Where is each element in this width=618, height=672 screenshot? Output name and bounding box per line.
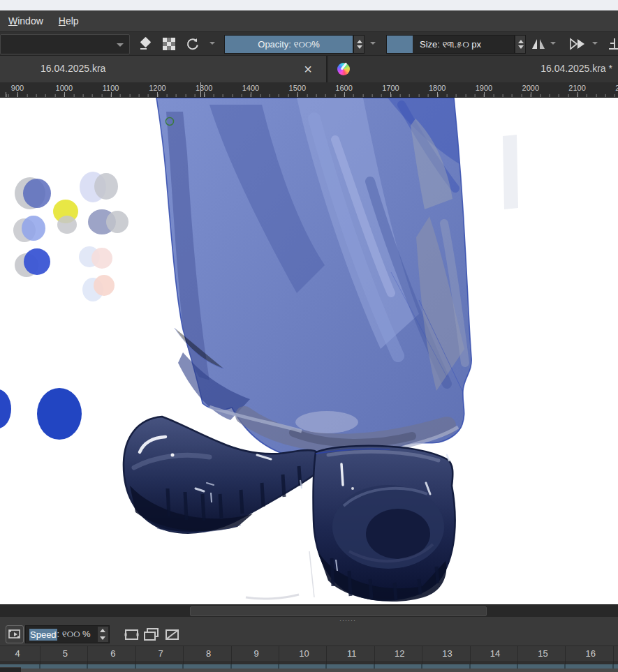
ruler-label: 1200 — [142, 84, 172, 92]
scrollbar-thumb[interactable] — [190, 606, 487, 616]
close-icon[interactable]: × — [299, 60, 317, 78]
remove-frame-button[interactable] — [163, 627, 180, 641]
mirror-horizontal-icon[interactable] — [530, 36, 547, 52]
horizontal-scrollbar[interactable] — [0, 604, 618, 617]
horizontal-ruler: 9001000110012001300140015001600170018001… — [0, 82, 618, 98]
palette-swatch — [91, 248, 112, 269]
splitter-grip-dots[interactable]: ······ — [339, 617, 356, 624]
artwork — [0, 98, 618, 604]
menu-window[interactable]: Window — [3, 13, 49, 29]
frame-number[interactable]: 9 — [246, 648, 267, 659]
blank-frame-icon — [124, 629, 139, 641]
ruler-label: 1000 — [49, 84, 80, 92]
opacity-value: Opacity: ୧୦୦% — [225, 36, 353, 53]
ruler-label: 2200 — [608, 84, 618, 92]
menu-help[interactable]: Help — [53, 13, 84, 29]
frame-number[interactable]: 15 — [532, 648, 553, 659]
chevron-down-icon[interactable] — [592, 42, 598, 45]
timeline-corner-cell — [0, 667, 21, 672]
krita-window: Window Help O — [0, 0, 618, 672]
palette-swatch — [23, 179, 51, 208]
eraser-icon[interactable] — [137, 36, 154, 52]
ruler-label: 1700 — [375, 84, 406, 92]
ruler-label: 1500 — [282, 84, 313, 92]
trousers-artwork — [156, 98, 471, 488]
blue-paint-blobs — [0, 388, 82, 440]
blue-blob — [37, 388, 82, 440]
playback-speed-spinbox[interactable]: Speed: ୧୦୦ % — [25, 625, 110, 643]
color-test-swatches — [13, 172, 128, 301]
blue-blob — [0, 389, 11, 428]
palette-swatch — [106, 211, 128, 233]
speed-value: : ୧୦୦ % — [57, 629, 91, 640]
frame-number[interactable]: 14 — [485, 648, 506, 659]
palette-swatch — [22, 216, 45, 241]
mirror-vertical-icon[interactable] — [567, 36, 588, 52]
speed-label: Speed — [29, 629, 57, 641]
brush-toolbar: Opacity: ୧୦୦% Size: ୧୩.୫୦ px — [0, 31, 618, 56]
krita-logo-icon — [337, 63, 350, 75]
frame-number[interactable]: 16 — [580, 648, 601, 659]
tab-subwindow[interactable]: 16.04.2025.kra * — [328, 56, 618, 82]
ruler-label: 1900 — [469, 84, 499, 92]
document-tab-bar: 16.04.2025.kra × 16.04.2025.kra * — [0, 56, 618, 82]
opacity-slider[interactable]: Opacity: ୧୦୦% — [224, 35, 353, 54]
timeline-frame-ruler[interactable]: 45678910111213141516 — [0, 645, 618, 661]
timeline-bottom-strip — [0, 669, 618, 672]
add-blank-frame-button[interactable] — [123, 627, 140, 641]
speed-spinner[interactable] — [98, 627, 108, 642]
window-top-strip — [0, 0, 618, 10]
frame-number[interactable]: 13 — [437, 648, 458, 659]
background-gray-streak — [503, 135, 518, 209]
subwindow-title: 16.04.2025.kra * — [540, 63, 612, 74]
right-shoe-artwork — [309, 446, 455, 602]
palette-swatch — [94, 275, 115, 296]
frame-number[interactable]: 4 — [7, 648, 28, 659]
document-title: 16.04.2025.kra — [41, 63, 105, 74]
ruler-major-ticks — [0, 92, 618, 97]
menu-bar: Window Help — [0, 10, 618, 31]
ruler-label: 2100 — [562, 84, 593, 92]
partial-toolbar-icon[interactable] — [606, 36, 618, 52]
tab-document[interactable]: 16.04.2025.kra × — [0, 56, 327, 82]
render-animation-button[interactable] — [6, 625, 24, 643]
chevron-down-icon[interactable] — [550, 42, 556, 45]
film-play-icon — [8, 629, 21, 640]
size-spinner[interactable] — [515, 35, 526, 54]
frame-number[interactable]: 10 — [293, 648, 314, 659]
duplicate-frame-icon — [144, 628, 159, 641]
chevron-down-icon — [117, 43, 124, 47]
add-duplicate-frame-button[interactable] — [143, 627, 160, 641]
animation-toolbar: ······ Speed: ୧୦୦ % — [0, 617, 618, 645]
ruler-label: 1100 — [96, 84, 126, 92]
frame-number[interactable]: 11 — [341, 648, 362, 659]
reload-preset-icon[interactable] — [184, 36, 201, 52]
frame-number[interactable]: 5 — [54, 648, 75, 659]
palette-swatch — [57, 216, 77, 234]
shoe-shadow-stroke — [246, 595, 299, 599]
brush-preset-dropdown[interactable] — [0, 34, 130, 54]
palette-swatch — [24, 248, 50, 275]
opacity-spinner[interactable] — [353, 35, 365, 54]
frame-number[interactable]: 12 — [389, 648, 410, 659]
chevron-down-icon[interactable] — [209, 42, 215, 45]
size-slider[interactable]: Size: ୧୩.୫୦ px — [386, 35, 515, 54]
ruler-label: 1800 — [422, 84, 453, 92]
frame-number[interactable]: 8 — [198, 648, 219, 659]
ruler-label: 2000 — [515, 84, 546, 92]
ruler-label: 900 — [2, 84, 33, 92]
size-value: Size: ୧୩.୫୦ px — [387, 36, 514, 53]
remove-frame-icon — [165, 629, 179, 641]
chevron-down-icon[interactable] — [370, 42, 376, 45]
ruler-label: 1300 — [189, 84, 219, 92]
ruler-label: 1600 — [329, 84, 360, 92]
ruler-label: 1400 — [235, 84, 266, 92]
frame-number[interactable]: 6 — [103, 648, 124, 659]
palette-swatch — [94, 173, 118, 200]
preserve-alpha-icon[interactable] — [161, 36, 177, 52]
painting-canvas[interactable] — [0, 98, 618, 604]
frame-number[interactable]: 7 — [150, 648, 171, 659]
